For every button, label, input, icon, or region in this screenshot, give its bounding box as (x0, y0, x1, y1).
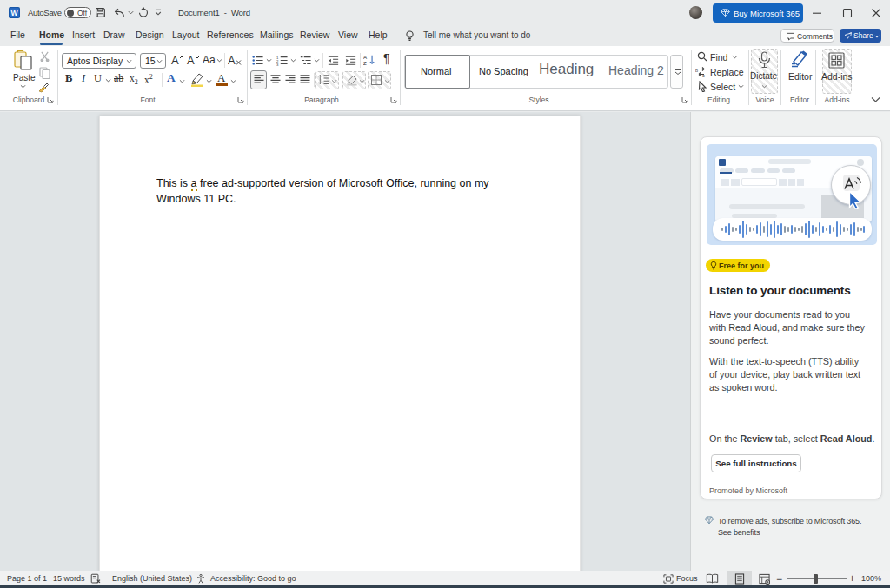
svg-text:A: A (228, 54, 236, 67)
svg-text:Z: Z (363, 60, 367, 66)
svg-text:A: A (187, 54, 195, 67)
svg-text:3: 3 (276, 63, 279, 66)
svg-text:W: W (10, 9, 18, 17)
svg-text:c: c (702, 73, 705, 78)
svg-text:A: A (363, 54, 368, 60)
svg-text:b: b (695, 68, 698, 73)
svg-text:A: A (171, 54, 179, 67)
